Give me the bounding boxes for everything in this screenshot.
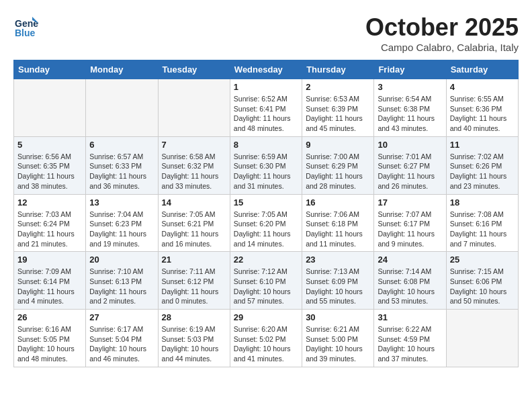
calendar-day-cell: 30Sunrise: 6:21 AM Sunset: 5:00 PM Dayli… <box>302 310 374 367</box>
day-info: Sunrise: 6:56 AM Sunset: 6:35 PM Dayligh… <box>17 152 82 191</box>
day-number: 2 <box>306 82 370 92</box>
calendar-day-cell: 22Sunrise: 7:12 AM Sunset: 6:10 PM Dayli… <box>230 252 302 310</box>
calendar-week-row: 19Sunrise: 7:09 AM Sunset: 6:14 PM Dayli… <box>14 252 519 310</box>
calendar-day-cell: 20Sunrise: 7:10 AM Sunset: 6:13 PM Dayli… <box>86 252 158 310</box>
day-number: 19 <box>17 255 82 265</box>
day-number: 20 <box>89 255 154 265</box>
calendar-day-cell: 18Sunrise: 7:08 AM Sunset: 6:16 PM Dayli… <box>446 194 518 252</box>
day-number: 14 <box>162 197 226 208</box>
weekday-header-monday: Monday <box>86 60 158 79</box>
day-number: 10 <box>378 140 442 150</box>
day-number: 24 <box>378 255 442 265</box>
calendar-week-row: 26Sunrise: 6:16 AM Sunset: 5:05 PM Dayli… <box>14 310 519 367</box>
calendar-day-cell: 7Sunrise: 6:58 AM Sunset: 6:32 PM Daylig… <box>158 136 230 194</box>
calendar-week-row: 1Sunrise: 6:52 AM Sunset: 6:41 PM Daylig… <box>14 79 519 137</box>
calendar-day-cell: 28Sunrise: 6:19 AM Sunset: 5:03 PM Dayli… <box>158 310 230 367</box>
weekday-header-wednesday: Wednesday <box>230 60 302 79</box>
day-number: 12 <box>17 197 82 208</box>
day-info: Sunrise: 6:55 AM Sunset: 6:36 PM Dayligh… <box>450 94 515 134</box>
calendar-day-cell: 26Sunrise: 6:16 AM Sunset: 5:05 PM Dayli… <box>14 310 86 367</box>
day-number: 17 <box>378 197 442 208</box>
location-title: Campo Calabro, Calabria, Italy <box>365 42 519 53</box>
weekday-header-friday: Friday <box>374 60 446 79</box>
day-info: Sunrise: 6:19 AM Sunset: 5:03 PM Dayligh… <box>162 324 226 364</box>
day-number: 31 <box>378 312 442 322</box>
calendar-day-cell: 3Sunrise: 6:54 AM Sunset: 6:38 PM Daylig… <box>374 79 446 137</box>
calendar-day-cell: 31Sunrise: 6:22 AM Sunset: 4:59 PM Dayli… <box>374 310 446 367</box>
day-number: 21 <box>162 255 226 265</box>
day-number: 11 <box>450 140 515 150</box>
day-info: Sunrise: 6:22 AM Sunset: 4:59 PM Dayligh… <box>378 324 442 364</box>
day-number: 22 <box>234 255 298 265</box>
calendar-day-cell: 25Sunrise: 7:15 AM Sunset: 6:06 PM Dayli… <box>446 252 518 310</box>
day-info: Sunrise: 6:59 AM Sunset: 6:30 PM Dayligh… <box>234 152 298 191</box>
day-info: Sunrise: 7:15 AM Sunset: 6:06 PM Dayligh… <box>450 267 515 306</box>
day-info: Sunrise: 6:21 AM Sunset: 5:00 PM Dayligh… <box>306 324 370 364</box>
svg-text:Blue: Blue <box>15 28 36 38</box>
day-number: 23 <box>306 255 370 265</box>
calendar-day-cell: 13Sunrise: 7:04 AM Sunset: 6:23 PM Dayli… <box>86 194 158 252</box>
calendar-day-cell: 9Sunrise: 7:00 AM Sunset: 6:29 PM Daylig… <box>302 136 374 194</box>
calendar-week-row: 5Sunrise: 6:56 AM Sunset: 6:35 PM Daylig… <box>14 136 519 194</box>
day-info: Sunrise: 6:16 AM Sunset: 5:05 PM Dayligh… <box>17 324 82 364</box>
day-number: 7 <box>162 140 226 150</box>
day-number: 16 <box>306 197 370 208</box>
calendar-day-cell <box>86 79 158 137</box>
calendar-day-cell: 29Sunrise: 6:20 AM Sunset: 5:02 PM Dayli… <box>230 310 302 367</box>
day-info: Sunrise: 7:02 AM Sunset: 6:26 PM Dayligh… <box>450 152 515 191</box>
calendar-day-cell: 8Sunrise: 6:59 AM Sunset: 6:30 PM Daylig… <box>230 136 302 194</box>
day-info: Sunrise: 6:58 AM Sunset: 6:32 PM Dayligh… <box>162 152 226 191</box>
day-number: 26 <box>17 312 82 322</box>
calendar-day-cell: 6Sunrise: 6:57 AM Sunset: 6:33 PM Daylig… <box>86 136 158 194</box>
day-number: 28 <box>162 312 226 322</box>
calendar-day-cell: 14Sunrise: 7:05 AM Sunset: 6:21 PM Dayli… <box>158 194 230 252</box>
day-info: Sunrise: 7:14 AM Sunset: 6:08 PM Dayligh… <box>378 267 442 306</box>
day-info: Sunrise: 7:11 AM Sunset: 6:12 PM Dayligh… <box>162 267 226 306</box>
calendar-day-cell: 1Sunrise: 6:52 AM Sunset: 6:41 PM Daylig… <box>230 79 302 137</box>
calendar-table: SundayMondayTuesdayWednesdayThursdayFrid… <box>13 60 519 367</box>
day-info: Sunrise: 7:04 AM Sunset: 6:23 PM Dayligh… <box>89 210 154 249</box>
title-block: October 2025 Campo Calabro, Calabria, It… <box>365 13 519 53</box>
day-number: 5 <box>17 140 82 150</box>
logo-icon: General Blue <box>13 13 39 39</box>
day-info: Sunrise: 7:12 AM Sunset: 6:10 PM Dayligh… <box>234 267 298 306</box>
day-info: Sunrise: 7:10 AM Sunset: 6:13 PM Dayligh… <box>89 267 154 306</box>
day-number: 9 <box>306 140 370 150</box>
day-info: Sunrise: 7:00 AM Sunset: 6:29 PM Dayligh… <box>306 152 370 191</box>
day-number: 27 <box>89 312 154 322</box>
calendar-day-cell: 24Sunrise: 7:14 AM Sunset: 6:08 PM Dayli… <box>374 252 446 310</box>
calendar-week-row: 12Sunrise: 7:03 AM Sunset: 6:24 PM Dayli… <box>14 194 519 252</box>
day-number: 4 <box>450 82 515 92</box>
day-info: Sunrise: 6:54 AM Sunset: 6:38 PM Dayligh… <box>378 94 442 134</box>
day-number: 29 <box>234 312 298 322</box>
day-info: Sunrise: 7:01 AM Sunset: 6:27 PM Dayligh… <box>378 152 442 191</box>
weekday-header-row: SundayMondayTuesdayWednesdayThursdayFrid… <box>14 60 519 79</box>
calendar-body: 1Sunrise: 6:52 AM Sunset: 6:41 PM Daylig… <box>14 79 519 367</box>
calendar-day-cell: 10Sunrise: 7:01 AM Sunset: 6:27 PM Dayli… <box>374 136 446 194</box>
calendar-day-cell: 23Sunrise: 7:13 AM Sunset: 6:09 PM Dayli… <box>302 252 374 310</box>
calendar-day-cell: 19Sunrise: 7:09 AM Sunset: 6:14 PM Dayli… <box>14 252 86 310</box>
day-info: Sunrise: 7:05 AM Sunset: 6:20 PM Dayligh… <box>234 210 298 249</box>
day-info: Sunrise: 7:03 AM Sunset: 6:24 PM Dayligh… <box>17 210 82 249</box>
calendar-day-cell: 15Sunrise: 7:05 AM Sunset: 6:20 PM Dayli… <box>230 194 302 252</box>
day-info: Sunrise: 7:08 AM Sunset: 6:16 PM Dayligh… <box>450 210 515 249</box>
page-header: General Blue October 2025 Campo Calabro,… <box>13 13 519 53</box>
day-info: Sunrise: 6:53 AM Sunset: 6:39 PM Dayligh… <box>306 94 370 134</box>
calendar-day-cell: 5Sunrise: 6:56 AM Sunset: 6:35 PM Daylig… <box>14 136 86 194</box>
day-info: Sunrise: 7:06 AM Sunset: 6:18 PM Dayligh… <box>306 210 370 249</box>
day-info: Sunrise: 7:05 AM Sunset: 6:21 PM Dayligh… <box>162 210 226 249</box>
day-number: 6 <box>89 140 154 150</box>
calendar-day-cell: 27Sunrise: 6:17 AM Sunset: 5:04 PM Dayli… <box>86 310 158 367</box>
calendar-day-cell: 21Sunrise: 7:11 AM Sunset: 6:12 PM Dayli… <box>158 252 230 310</box>
weekday-header-saturday: Saturday <box>446 60 518 79</box>
day-info: Sunrise: 7:13 AM Sunset: 6:09 PM Dayligh… <box>306 267 370 306</box>
day-number: 18 <box>450 197 515 208</box>
day-info: Sunrise: 6:57 AM Sunset: 6:33 PM Dayligh… <box>89 152 154 191</box>
calendar-day-cell: 16Sunrise: 7:06 AM Sunset: 6:18 PM Dayli… <box>302 194 374 252</box>
calendar-day-cell: 11Sunrise: 7:02 AM Sunset: 6:26 PM Dayli… <box>446 136 518 194</box>
day-info: Sunrise: 6:20 AM Sunset: 5:02 PM Dayligh… <box>234 324 298 364</box>
calendar-day-cell <box>158 79 230 137</box>
weekday-header-tuesday: Tuesday <box>158 60 230 79</box>
day-info: Sunrise: 6:52 AM Sunset: 6:41 PM Dayligh… <box>234 94 298 134</box>
logo: General Blue <box>13 13 39 39</box>
